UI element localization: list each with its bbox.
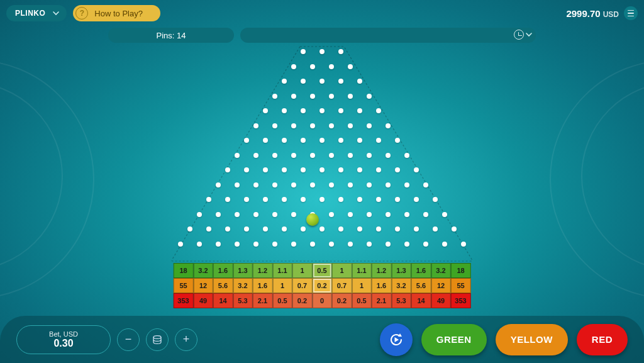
pin xyxy=(395,226,400,232)
payout-cell: 0.2 xyxy=(312,278,332,293)
pin xyxy=(244,226,249,232)
pin xyxy=(225,226,230,232)
balance-value: 2999.70 xyxy=(566,8,600,19)
pin xyxy=(423,182,428,187)
drop-red-button[interactable]: RED xyxy=(577,324,628,355)
pin xyxy=(282,226,287,232)
pin xyxy=(367,94,372,99)
bet-label: Bet, USD xyxy=(49,330,78,338)
payout-cell: 1.6 xyxy=(253,278,273,293)
pin xyxy=(291,64,296,69)
pin xyxy=(338,167,343,172)
pin xyxy=(291,153,296,158)
pin xyxy=(291,212,296,217)
pin xyxy=(225,167,230,172)
pin xyxy=(414,167,419,172)
history-toggle[interactable] xyxy=(514,30,532,40)
deco-circle xyxy=(550,60,644,299)
pin xyxy=(291,94,296,99)
payout-row-red: 35349145.32.10.50.200.20.52.15.31449353 xyxy=(174,293,471,308)
pin xyxy=(263,108,268,113)
pin xyxy=(216,182,221,187)
payout-cell: 1.3 xyxy=(391,263,411,278)
pin xyxy=(291,182,296,187)
drop-yellow-button[interactable]: YELLOW xyxy=(496,324,568,355)
pin xyxy=(253,212,258,217)
pins-selector[interactable]: Pins: 14 xyxy=(108,28,234,43)
bet-decrease-button[interactable]: − xyxy=(117,328,140,351)
pin xyxy=(263,138,268,143)
pin xyxy=(357,167,362,172)
payout-cell: 5.6 xyxy=(213,278,233,293)
pin xyxy=(272,153,277,158)
pin xyxy=(301,79,306,84)
payout-cell: 12 xyxy=(193,278,213,293)
drop-green-button[interactable]: GREEN xyxy=(421,324,487,355)
pin xyxy=(442,242,447,247)
pin xyxy=(301,197,306,202)
payout-cell: 14 xyxy=(213,293,233,308)
pin xyxy=(310,242,315,247)
bet-increase-button[interactable]: + xyxy=(175,328,197,351)
how-to-play-button[interactable]: ? How to Play? xyxy=(73,5,160,21)
pin xyxy=(253,242,258,247)
pin xyxy=(367,212,372,217)
payout-cell: 0 xyxy=(312,293,332,308)
payout-cell: 12 xyxy=(431,278,451,293)
pin xyxy=(310,94,315,99)
pin xyxy=(414,197,419,202)
pin xyxy=(272,94,277,99)
pin xyxy=(310,64,315,69)
payout-cell: 55 xyxy=(451,278,471,293)
auto-play-button[interactable] xyxy=(380,323,413,356)
menu-button[interactable] xyxy=(624,6,638,20)
payout-cell: 3.2 xyxy=(233,278,253,293)
pin xyxy=(235,182,240,187)
pin xyxy=(348,123,353,128)
pin xyxy=(253,153,258,158)
plinko-board xyxy=(168,45,476,262)
pin xyxy=(338,138,343,143)
payout-cell: 0.5 xyxy=(312,263,332,278)
pin xyxy=(235,212,240,217)
pin xyxy=(404,182,409,187)
pin xyxy=(253,182,258,187)
pin xyxy=(187,226,192,232)
pin xyxy=(291,123,296,128)
pin xyxy=(395,138,400,143)
game-select-dropdown[interactable]: PLINKO xyxy=(6,5,67,21)
payout-cell: 18 xyxy=(451,263,471,278)
pin xyxy=(263,226,268,232)
payout-cell: 0.7 xyxy=(332,278,352,293)
pin xyxy=(206,226,211,232)
pin xyxy=(263,167,268,172)
payout-cell: 1.3 xyxy=(233,263,253,278)
pin xyxy=(197,212,202,217)
pin xyxy=(386,123,391,128)
pin xyxy=(178,242,183,247)
pin xyxy=(319,49,325,54)
refresh-play-icon xyxy=(387,331,405,349)
pin xyxy=(329,64,334,69)
payout-cell: 3.2 xyxy=(431,263,451,278)
deco-circle xyxy=(0,82,63,271)
pin xyxy=(442,212,447,217)
pin xyxy=(282,197,287,202)
bet-amount-display[interactable]: Bet, USD 0.30 xyxy=(16,325,111,354)
pin xyxy=(263,197,268,202)
payout-cell: 14 xyxy=(411,293,431,308)
pin xyxy=(244,197,249,202)
pin xyxy=(461,242,466,247)
pin xyxy=(452,226,457,232)
pin xyxy=(348,242,353,247)
history-bar xyxy=(240,28,536,43)
chevron-down-icon xyxy=(526,31,532,38)
pin xyxy=(376,197,381,202)
payout-cell: 1.1 xyxy=(272,263,292,278)
payout-cell: 1 xyxy=(332,263,352,278)
bet-preset-button[interactable] xyxy=(146,328,169,351)
pin xyxy=(301,167,306,172)
payout-cell: 1.2 xyxy=(372,263,392,278)
pin xyxy=(376,108,381,113)
pin xyxy=(338,226,343,232)
